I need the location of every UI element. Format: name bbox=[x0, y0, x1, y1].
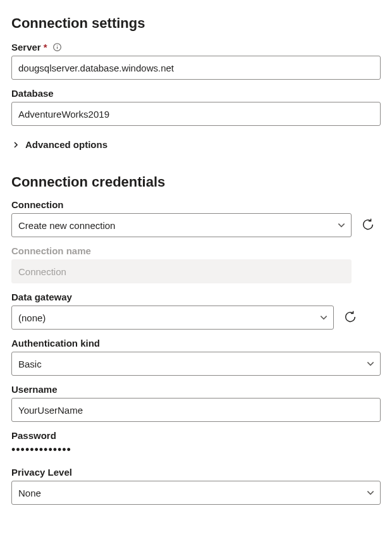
data-gateway-label: Data gateway bbox=[11, 292, 72, 302]
chevron-down-icon bbox=[366, 359, 375, 368]
server-label: Server bbox=[11, 42, 41, 53]
password-input[interactable]: ••••••••••••• bbox=[11, 444, 381, 455]
data-gateway-field: Data gateway (none) bbox=[11, 292, 381, 330]
connection-name-field: Connection name Connection bbox=[11, 245, 381, 283]
password-field: Password ••••••••••••• bbox=[11, 430, 381, 455]
privacy-level-select[interactable]: None bbox=[11, 481, 381, 505]
refresh-icon bbox=[343, 310, 357, 326]
username-label: Username bbox=[11, 384, 58, 395]
database-label: Database bbox=[11, 88, 54, 99]
info-icon[interactable] bbox=[52, 42, 63, 53]
connection-select[interactable]: Create new connection bbox=[11, 213, 352, 237]
database-field: Database bbox=[11, 88, 381, 126]
connection-select-value: Create new connection bbox=[18, 220, 337, 231]
auth-kind-field: Authentication kind Basic bbox=[11, 338, 381, 376]
data-gateway-select-value: (none) bbox=[18, 312, 319, 323]
privacy-level-label: Privacy Level bbox=[11, 467, 72, 478]
connection-label: Connection bbox=[11, 199, 64, 210]
refresh-icon bbox=[361, 218, 375, 233]
connection-refresh-button[interactable] bbox=[359, 216, 377, 234]
username-input[interactable] bbox=[11, 398, 381, 422]
advanced-options-toggle[interactable]: Advanced options bbox=[11, 139, 107, 150]
connection-field: Connection Create new connection bbox=[11, 199, 381, 237]
privacy-level-select-value: None bbox=[18, 488, 366, 498]
auth-kind-select[interactable]: Basic bbox=[11, 352, 381, 376]
database-input[interactable] bbox=[11, 102, 381, 126]
data-gateway-refresh-button[interactable] bbox=[341, 309, 359, 326]
server-field: Server * bbox=[11, 42, 381, 80]
privacy-level-field: Privacy Level None bbox=[11, 467, 381, 505]
svg-point-2 bbox=[57, 45, 58, 46]
password-label: Password bbox=[11, 430, 56, 441]
connection-name-input: Connection bbox=[11, 259, 352, 283]
server-input[interactable] bbox=[11, 56, 381, 80]
connection-credentials-heading: Connection credentials bbox=[11, 174, 381, 190]
required-indicator: * bbox=[44, 42, 47, 53]
chevron-down-icon bbox=[319, 313, 328, 322]
connection-name-label: Connection name bbox=[11, 245, 91, 256]
auth-kind-label: Authentication kind bbox=[11, 338, 100, 349]
password-masked-value: ••••••••••••• bbox=[11, 444, 71, 455]
username-field: Username bbox=[11, 384, 381, 422]
advanced-options-label: Advanced options bbox=[25, 139, 107, 150]
chevron-right-icon bbox=[11, 140, 20, 149]
chevron-down-icon bbox=[337, 221, 346, 230]
chevron-down-icon bbox=[366, 488, 375, 497]
connection-name-placeholder: Connection bbox=[18, 266, 66, 277]
connection-settings-heading: Connection settings bbox=[11, 15, 381, 32]
auth-kind-select-value: Basic bbox=[18, 359, 366, 369]
data-gateway-select[interactable]: (none) bbox=[11, 306, 334, 330]
